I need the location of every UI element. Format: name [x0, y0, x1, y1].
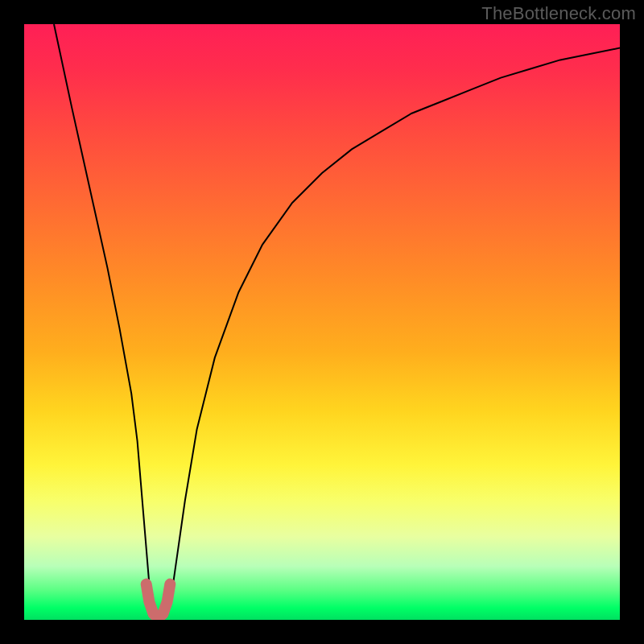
plot-area — [24, 24, 620, 620]
curve-layer — [24, 24, 620, 620]
series-valley-marker — [147, 584, 171, 618]
watermark-text: TheBottleneck.com — [481, 3, 636, 24]
chart-frame: TheBottleneck.com — [0, 0, 644, 644]
series-bottleneck-curve — [54, 24, 620, 620]
